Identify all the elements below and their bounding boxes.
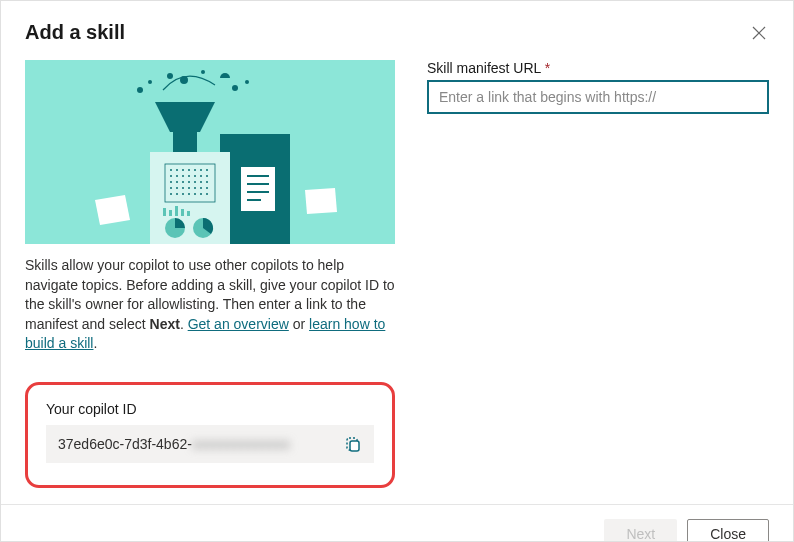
svg-point-33 — [200, 181, 202, 183]
svg-point-26 — [200, 175, 202, 177]
link-get-overview[interactable]: Get an overview — [188, 316, 289, 332]
svg-point-20 — [206, 169, 208, 171]
copilot-id-section: Your copilot ID 37ed6e0c-7d3f-4b62-xxxxx… — [25, 382, 395, 488]
svg-rect-54 — [181, 209, 184, 216]
svg-point-45 — [188, 193, 190, 195]
copy-icon[interactable] — [344, 435, 362, 453]
svg-rect-51 — [163, 208, 166, 216]
svg-point-43 — [176, 193, 178, 195]
svg-point-22 — [176, 175, 178, 177]
skill-illustration — [25, 60, 395, 244]
dialog-title: Add a skill — [25, 21, 125, 44]
url-field-label: Skill manifest URL * — [427, 60, 769, 76]
svg-point-44 — [182, 193, 184, 195]
description-text: Skills allow your copilot to use other c… — [25, 256, 395, 354]
svg-point-28 — [170, 181, 172, 183]
svg-point-19 — [200, 169, 202, 171]
svg-point-34 — [206, 181, 208, 183]
skill-manifest-url-input[interactable] — [427, 80, 769, 114]
svg-point-30 — [182, 181, 184, 183]
svg-point-35 — [170, 187, 172, 189]
svg-point-10 — [201, 70, 205, 74]
svg-point-47 — [200, 193, 202, 195]
description-period: . — [180, 316, 188, 332]
svg-point-7 — [137, 87, 143, 93]
description-separator: or — [289, 316, 309, 332]
required-indicator: * — [545, 60, 550, 76]
svg-point-36 — [176, 187, 178, 189]
svg-rect-64 — [350, 441, 359, 451]
close-icon[interactable] — [749, 23, 769, 43]
svg-rect-52 — [169, 210, 172, 216]
svg-point-46 — [194, 193, 196, 195]
svg-point-27 — [206, 175, 208, 177]
svg-rect-56 — [240, 166, 276, 212]
svg-point-15 — [176, 169, 178, 171]
svg-rect-55 — [187, 211, 190, 216]
copilot-id-row: 37ed6e0c-7d3f-4b62-xxxxxxxxxxxxxx — [46, 425, 374, 463]
description-end-period: . — [93, 335, 97, 351]
next-button[interactable]: Next — [604, 519, 677, 542]
svg-point-9 — [167, 73, 173, 79]
svg-point-29 — [176, 181, 178, 183]
svg-rect-53 — [175, 206, 178, 216]
svg-point-31 — [188, 181, 190, 183]
svg-point-21 — [170, 175, 172, 177]
svg-point-24 — [188, 175, 190, 177]
svg-point-17 — [188, 169, 190, 171]
svg-rect-6 — [150, 152, 230, 244]
svg-point-16 — [182, 169, 184, 171]
svg-point-18 — [194, 169, 196, 171]
description-next-word: Next — [150, 316, 180, 332]
svg-point-40 — [200, 187, 202, 189]
svg-point-14 — [170, 169, 172, 171]
svg-point-25 — [194, 175, 196, 177]
svg-point-12 — [245, 80, 249, 84]
svg-point-39 — [194, 187, 196, 189]
copilot-id-label: Your copilot ID — [46, 401, 374, 417]
svg-point-42 — [170, 193, 172, 195]
close-button[interactable]: Close — [687, 519, 769, 542]
svg-marker-61 — [95, 195, 130, 225]
copilot-id-value: 37ed6e0c-7d3f-4b62-xxxxxxxxxxxxxx — [58, 435, 290, 453]
copilot-id-hidden: xxxxxxxxxxxxxx — [192, 436, 290, 452]
url-label-text: Skill manifest URL — [427, 60, 541, 76]
svg-point-38 — [188, 187, 190, 189]
svg-marker-5 — [173, 132, 197, 152]
svg-marker-62 — [305, 188, 337, 214]
svg-point-48 — [206, 193, 208, 195]
svg-point-32 — [194, 181, 196, 183]
copilot-id-visible: 37ed6e0c-7d3f-4b62- — [58, 436, 192, 452]
svg-point-8 — [148, 80, 152, 84]
svg-point-11 — [232, 85, 238, 91]
svg-point-23 — [182, 175, 184, 177]
svg-point-37 — [182, 187, 184, 189]
svg-point-41 — [206, 187, 208, 189]
